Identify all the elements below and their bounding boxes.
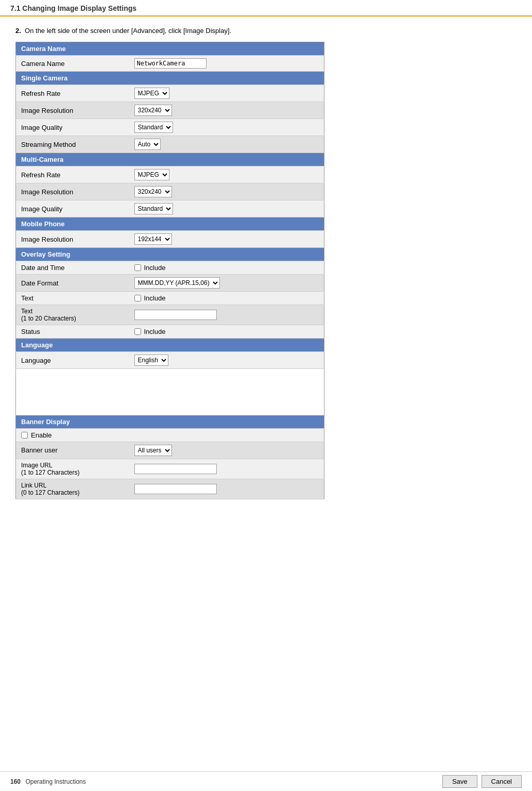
page-footer: 160 Operating Instructions Save Cancel bbox=[0, 771, 532, 791]
label-overlay-text: Text bbox=[16, 292, 129, 305]
row-mobile-image-resolution: Image Resolution 192x144 bbox=[16, 231, 324, 248]
row-language: Language English bbox=[16, 352, 324, 369]
label-link-url: Link URL(0 to 127 Characters) bbox=[16, 479, 129, 499]
select-single-image-quality[interactable]: Standard bbox=[134, 122, 173, 133]
value-overlay-date-format: MMM.DD,YY (APR.15,06) bbox=[129, 275, 324, 292]
step-text: On the left side of the screen under [Ad… bbox=[25, 27, 231, 35]
value-link-url bbox=[129, 479, 324, 499]
section-header-mobile-phone: Mobile Phone bbox=[16, 217, 324, 231]
section-header-single-camera: Single Camera bbox=[16, 72, 324, 85]
page-title: 7.1 Changing Image Display Settings bbox=[10, 4, 522, 12]
checkbox-label-enable[interactable]: Enable bbox=[21, 431, 319, 439]
select-multi-image-quality[interactable]: Standard bbox=[134, 203, 173, 214]
section-header-cell: Language bbox=[16, 339, 324, 352]
checkbox-text[interactable] bbox=[134, 295, 141, 301]
row-single-image-quality: Image Quality Standard bbox=[16, 119, 324, 136]
value-single-image-resolution: 320x240 bbox=[129, 102, 324, 119]
value-single-refresh-rate: MJPEG bbox=[129, 85, 324, 102]
checkbox-label-text[interactable]: Include bbox=[134, 294, 319, 302]
section-header-overlay-setting: Overlay Setting bbox=[16, 248, 324, 261]
row-single-streaming-method: Streaming Method Auto bbox=[16, 136, 324, 153]
checkbox-label-text-status: Include bbox=[144, 328, 166, 335]
checkbox-label-status[interactable]: Include bbox=[134, 328, 319, 335]
value-camera-name bbox=[129, 56, 324, 72]
label-multi-image-quality: Image Quality bbox=[16, 200, 129, 217]
value-overlay-date-time: Include bbox=[129, 261, 324, 275]
value-single-streaming-method: Auto bbox=[129, 136, 324, 153]
label-multi-image-resolution: Image Resolution bbox=[16, 183, 129, 200]
label-overlay-status: Status bbox=[16, 325, 129, 339]
row-multi-image-quality: Image Quality Standard bbox=[16, 200, 324, 217]
checkbox-date-time[interactable] bbox=[134, 264, 141, 271]
step-number: 2. bbox=[15, 27, 21, 35]
page-wrapper: 7.1 Changing Image Display Settings 2. O… bbox=[0, 0, 532, 791]
value-language: English bbox=[129, 352, 324, 369]
row-overlay-status: Status Include bbox=[16, 325, 324, 339]
select-single-image-resolution[interactable]: 320x240 bbox=[134, 105, 172, 116]
section-header-cell: Multi-Camera bbox=[16, 153, 324, 166]
checkbox-enable[interactable] bbox=[21, 432, 28, 439]
section-header-cell: Camera Name bbox=[16, 42, 324, 56]
label-language: Language bbox=[16, 352, 129, 369]
checkbox-label-text-date-time: Include bbox=[144, 264, 166, 272]
row-banner-enable: Enable bbox=[16, 428, 324, 442]
gap-row-1 bbox=[16, 369, 324, 384]
select-multi-refresh-rate[interactable]: MJPEG bbox=[134, 169, 169, 180]
label-camera-name: Camera Name bbox=[16, 56, 129, 72]
page-content: 2. On the left side of the screen under … bbox=[0, 16, 532, 771]
row-link-url: Link URL(0 to 127 Characters) bbox=[16, 479, 324, 499]
label-multi-refresh-rate: Refresh Rate bbox=[16, 166, 129, 183]
row-banner-user: Banner user All users bbox=[16, 442, 324, 459]
cancel-button[interactable]: Cancel bbox=[482, 775, 522, 788]
label-single-image-quality: Image Quality bbox=[16, 119, 129, 136]
input-link-url[interactable] bbox=[134, 484, 217, 494]
section-header-cell: Mobile Phone bbox=[16, 217, 324, 231]
row-overlay-text-input: Text(1 to 20 Characters) bbox=[16, 305, 324, 325]
label-overlay-date-time: Date and Time bbox=[16, 261, 129, 275]
footer-buttons: Save Cancel bbox=[442, 775, 522, 788]
gap-row-3 bbox=[16, 400, 324, 415]
input-overlay-text[interactable] bbox=[134, 310, 217, 320]
select-banner-user[interactable]: All users bbox=[134, 445, 172, 456]
value-mobile-image-resolution: 192x144 bbox=[129, 231, 324, 248]
value-multi-refresh-rate: MJPEG bbox=[129, 166, 324, 183]
row-single-image-resolution: Image Resolution 320x240 bbox=[16, 102, 324, 119]
page-header: 7.1 Changing Image Display Settings bbox=[0, 0, 532, 16]
select-multi-image-resolution[interactable]: 320x240 bbox=[134, 186, 172, 197]
input-image-url[interactable] bbox=[134, 464, 217, 474]
section-header-cell: Single Camera bbox=[16, 72, 324, 85]
select-overlay-date-format[interactable]: MMM.DD,YY (APR.15,06) bbox=[134, 277, 220, 289]
section-header-camera-name: Camera Name bbox=[16, 42, 324, 56]
row-image-url: Image URL(1 to 127 Characters) bbox=[16, 459, 324, 479]
checkbox-label-date-time[interactable]: Include bbox=[134, 264, 319, 272]
label-single-refresh-rate: Refresh Rate bbox=[16, 85, 129, 102]
save-button[interactable]: Save bbox=[442, 775, 477, 788]
footer-operating-label: Operating Instructions bbox=[25, 778, 85, 785]
row-overlay-date-format: Date Format MMM.DD,YY (APR.15,06) bbox=[16, 275, 324, 292]
section-header-multi-camera: Multi-Camera bbox=[16, 153, 324, 166]
select-single-refresh-rate[interactable]: MJPEG bbox=[134, 88, 169, 99]
label-mobile-image-resolution: Image Resolution bbox=[16, 231, 129, 248]
value-banner-user: All users bbox=[129, 442, 324, 459]
label-image-url: Image URL(1 to 127 Characters) bbox=[16, 459, 129, 479]
select-single-streaming-method[interactable]: Auto bbox=[134, 139, 161, 150]
checkbox-label-text-enable: Enable bbox=[31, 431, 52, 439]
row-overlay-text: Text Include bbox=[16, 292, 324, 305]
section-header-cell: Banner Display bbox=[16, 415, 324, 429]
value-image-url bbox=[129, 459, 324, 479]
checkbox-status[interactable] bbox=[134, 328, 141, 335]
value-multi-image-quality: Standard bbox=[129, 200, 324, 217]
checkbox-label-text-text: Include bbox=[144, 294, 166, 302]
label-single-streaming-method: Streaming Method bbox=[16, 136, 129, 153]
input-camera-name[interactable] bbox=[134, 58, 207, 69]
row-multi-refresh-rate: Refresh Rate MJPEG bbox=[16, 166, 324, 183]
label-overlay-date-format: Date Format bbox=[16, 275, 129, 292]
select-mobile-image-resolution[interactable]: 192x144 bbox=[134, 233, 172, 245]
settings-table: Camera Name Camera Name Single Camera Re… bbox=[15, 42, 324, 499]
value-overlay-text: Include bbox=[129, 292, 324, 305]
section-header-banner-display: Banner Display bbox=[16, 415, 324, 429]
label-single-image-resolution: Image Resolution bbox=[16, 102, 129, 119]
select-language[interactable]: English bbox=[134, 355, 168, 366]
gap-row-2 bbox=[16, 384, 324, 400]
section-header-cell: Overlay Setting bbox=[16, 248, 324, 261]
